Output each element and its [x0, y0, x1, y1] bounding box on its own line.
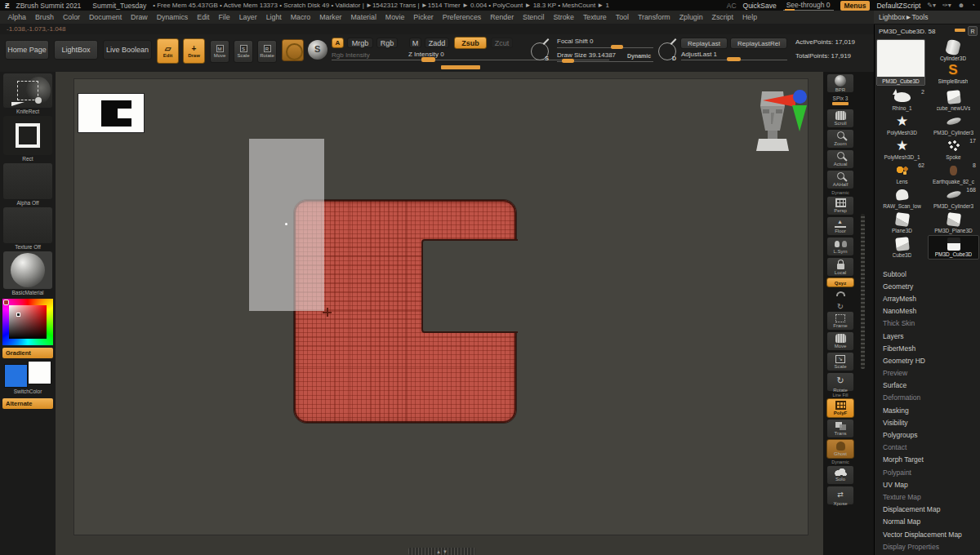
switch-color-label[interactable]: SwitchColor [14, 388, 42, 396]
tool-thumbnail[interactable]: 8 Earthquake_82_c [928, 162, 979, 186]
menu-item[interactable]: Color [58, 13, 84, 21]
menu-item[interactable]: Layer [234, 13, 261, 21]
brush-tools-icon[interactable]: ✑▾ [942, 2, 951, 9]
menu-item[interactable]: Material [346, 13, 381, 21]
shelf-button[interactable]: L.Sym [826, 237, 854, 256]
material-thumbnail[interactable] [3, 251, 52, 289]
menu-item[interactable]: Stroke [549, 13, 578, 21]
tool-thumbnail[interactable]: RAW_Scan_low [876, 186, 928, 211]
palette-section[interactable]: Preview [875, 367, 980, 380]
home-page-button[interactable]: Home Page [5, 40, 49, 60]
canvas-horizontal-scrollbar[interactable]: ▲▼ [408, 548, 475, 555]
palette-section[interactable]: Layers [875, 330, 980, 342]
current-tool-thumbnail[interactable]: PM3D_Cube3D [876, 39, 925, 86]
info-icon[interactable]: ◔ [971, 2, 975, 9]
shelf-button[interactable]: Frame [826, 311, 854, 331]
menu-item[interactable]: Picker [409, 13, 438, 21]
shelf-button[interactable]: Zoom [826, 129, 854, 149]
palette-section[interactable]: FiberMesh [875, 342, 980, 354]
focal-shift-track[interactable] [557, 47, 653, 48]
palette-section[interactable]: Polypaint [875, 466, 980, 478]
lightbox-tools-header[interactable]: Lightbox►Tools [874, 11, 980, 24]
palette-section[interactable]: UV Map [875, 478, 980, 491]
see-through-slider[interactable]: See-through 0 [783, 1, 834, 11]
tool-thumbnail[interactable]: 168 PM3D_Cylinder3 [928, 186, 979, 211]
shelf-button[interactable]: Scroll [826, 109, 854, 128]
move-button[interactable]: M Move [210, 40, 229, 63]
palette-section[interactable]: Displacement Map [875, 504, 980, 516]
main-color-swatch[interactable] [4, 364, 28, 388]
shelf-button[interactable]: BPR [826, 73, 854, 93]
palette-section[interactable]: Geometry HD [875, 354, 980, 366]
stroke-type-icon[interactable] [308, 40, 327, 60]
replay-last-rel-button[interactable]: ReplayLastRel [730, 38, 787, 49]
palette-section[interactable]: Visibility [875, 416, 980, 428]
menu-item[interactable]: Alpha [3, 13, 31, 21]
menu-item[interactable]: Tool [611, 13, 633, 21]
palette-section[interactable]: ArrayMesh [875, 292, 980, 304]
menu-item[interactable]: File [214, 13, 234, 21]
focal-shift-slider[interactable]: Focal Shift 0 [557, 38, 593, 45]
tool-thumbnail[interactable]: PolyMesh3D [876, 113, 928, 137]
palette-section[interactable]: Morph Target [875, 454, 980, 466]
tool-thumbnail[interactable]: Plane3D [876, 211, 928, 235]
rgb-intensity-slider[interactable]: Rgb Intensity [332, 51, 370, 59]
shelf-button[interactable]: Dynamic Solo [826, 460, 854, 485]
menus-button[interactable]: Menus [840, 1, 871, 11]
replay-stroke-icon[interactable]: D [658, 42, 676, 60]
shelf-button[interactable]: Trans [826, 419, 854, 438]
mrgb-button[interactable]: Mrgb [347, 38, 373, 48]
shelf-button[interactable]: SPix 3 [826, 94, 854, 108]
alternate-button[interactable]: Alternate [2, 398, 53, 409]
scale-button[interactable]: S Scale [234, 40, 253, 63]
alpha-thumbnail[interactable] [3, 163, 52, 199]
tool-slider-handle[interactable] [955, 29, 965, 32]
menu-item[interactable]: Document [85, 13, 127, 21]
menu-item[interactable]: Preferences [438, 13, 485, 21]
rgb-button[interactable]: Rgb [376, 38, 398, 48]
tool-thumbnail[interactable]: Cube3D [876, 235, 928, 260]
stroke-curve-icon[interactable]: S [531, 42, 549, 60]
current-brush-thumbnail[interactable] [3, 73, 52, 108]
menu-item[interactable]: Zscript [707, 13, 737, 21]
edit-button[interactable]: ▱ Edit [157, 38, 179, 64]
shelf-button[interactable]: Qxyz [826, 278, 854, 287]
menu-item[interactable]: Movie [381, 13, 408, 21]
current-stroke-thumbnail[interactable] [3, 116, 52, 155]
palette-section[interactable]: Texture Map [875, 491, 980, 503]
menu-item[interactable]: Dynamics [152, 13, 193, 21]
quicksave-button[interactable]: QuickSave [743, 2, 777, 10]
adjust-last-handle[interactable] [727, 57, 741, 61]
tool-thumbnail[interactable]: cube_newUVs [928, 88, 979, 113]
palette-section[interactable]: Display Properties [875, 540, 980, 553]
tool-thumbnail[interactable]: 17 Spoke [928, 137, 979, 162]
color-picker-swatch[interactable] [3, 300, 9, 305]
tool-thumbnail[interactable]: SimpleBrush [928, 62, 978, 85]
shelf-button[interactable]: Rotate [826, 372, 854, 392]
shelf-button[interactable]: Move [826, 331, 854, 351]
tool-thumbnail[interactable]: PolyMesh3D_1 [876, 137, 928, 162]
canvas-viewport[interactable]: ▲▼ [56, 72, 823, 555]
z-intensity-handle[interactable] [421, 57, 435, 62]
menu-item[interactable]: Draw [127, 13, 153, 21]
menu-item[interactable]: Stencil [519, 13, 549, 21]
tool-thumbnail[interactable]: 2 Rhino_1 [876, 88, 928, 113]
palette-section[interactable]: Thick Skin [875, 317, 980, 330]
palette-section[interactable]: NanoMesh [875, 305, 980, 317]
live-boolean-button[interactable]: Live Boolean [103, 40, 152, 60]
current-brush-button[interactable] [282, 39, 304, 61]
shelf-button[interactable]: Line Fill PolyF [826, 393, 854, 418]
shelf-button[interactable]: AAHalf [826, 170, 854, 189]
palette-section[interactable]: Masking [875, 404, 980, 416]
shelf-button[interactable] [826, 300, 854, 310]
palette-section[interactable]: Geometry [875, 280, 980, 292]
color-picker[interactable] [2, 299, 53, 345]
menu-item[interactable]: Texture [578, 13, 611, 21]
menu-item[interactable]: Light [261, 13, 286, 21]
tool-thumbnail[interactable]: 62 Lens [876, 162, 928, 186]
draw-size-handle[interactable] [562, 59, 574, 63]
menu-item[interactable]: Transform [633, 13, 675, 21]
zadd-button[interactable]: Zadd [425, 38, 449, 48]
lightbox-button[interactable]: LightBox [54, 40, 98, 60]
texture-thumbnail[interactable] [3, 207, 52, 243]
